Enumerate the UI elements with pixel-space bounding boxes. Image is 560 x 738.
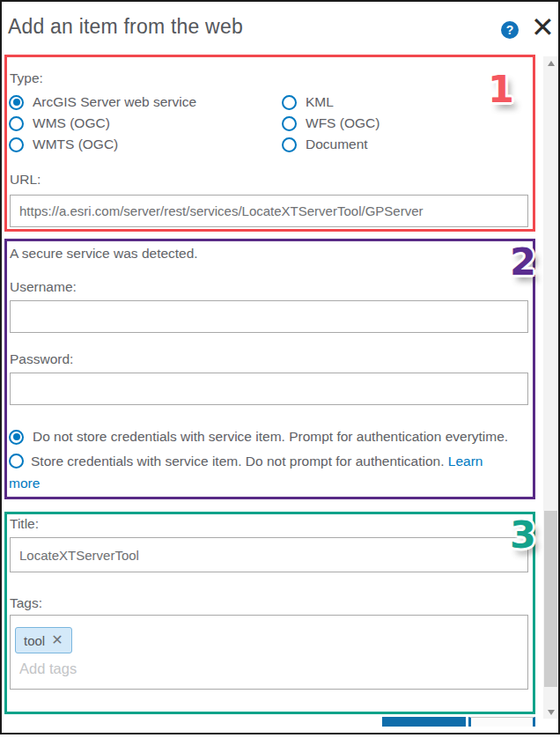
radio-label: WFS (OGC): [306, 115, 379, 131]
secure-service-message: A secure service was detected.: [10, 246, 198, 262]
scroll-up-button[interactable]: [543, 56, 558, 70]
url-label: URL:: [10, 172, 41, 188]
username-input[interactable]: [10, 300, 528, 333]
radio-label: Do not store credentials with service it…: [33, 429, 508, 445]
radio-button-icon[interactable]: [9, 95, 24, 110]
radio-arcgis-server-web-service[interactable]: ArcGIS Server web service: [9, 94, 196, 110]
tags-placeholder-text: Add tags: [19, 661, 77, 677]
scrollbar-thumb[interactable]: [544, 511, 557, 687]
password-label: Password:: [10, 351, 73, 367]
screenshot-root: Add an item from the web ? ✕ Type: ArcGI…: [0, 0, 560, 738]
radio-do-not-store-credentials[interactable]: Do not store credentials with service it…: [9, 429, 508, 445]
scroll-down-arrow-icon: [548, 710, 555, 715]
url-input[interactable]: [10, 195, 528, 227]
tag-chip-tool[interactable]: tool ✕: [15, 627, 72, 653]
add-item-button-partial[interactable]: [382, 717, 466, 727]
radio-button-icon[interactable]: [282, 116, 297, 131]
page-title: Add an item from the web: [8, 15, 243, 39]
radio-button-icon[interactable]: [9, 430, 24, 445]
radio-label: WMTS (OGC): [33, 137, 118, 152]
radio-button-icon[interactable]: [282, 137, 297, 152]
type-label: Type:: [10, 70, 43, 86]
scroll-down-button[interactable]: [543, 705, 558, 719]
tag-remove-icon[interactable]: ✕: [51, 633, 63, 647]
radio-wms-ogc[interactable]: WMS (OGC): [9, 115, 110, 131]
radio-button-icon[interactable]: [9, 137, 24, 152]
radio-wmts-ogc[interactable]: WMTS (OGC): [9, 137, 118, 152]
radio-label: ArcGIS Server web service: [33, 94, 196, 110]
radio-label: Store credentials with service item. Do …: [31, 454, 445, 469]
tag-chip-label: tool: [24, 633, 45, 648]
radio-label: KML: [306, 94, 334, 110]
radio-label: WMS (OGC): [33, 115, 110, 131]
password-input[interactable]: [10, 373, 528, 405]
vertical-scrollbar[interactable]: [543, 56, 558, 719]
radio-wfs-ogc[interactable]: WFS (OGC): [282, 115, 379, 131]
radio-label: Document: [306, 137, 368, 152]
annotation-number-3: 3: [510, 516, 536, 554]
close-icon[interactable]: ✕: [531, 12, 555, 42]
radio-button-icon[interactable]: [9, 454, 24, 469]
radio-kml[interactable]: KML: [282, 94, 334, 110]
title-input[interactable]: [10, 537, 528, 572]
cancel-button-partial[interactable]: [468, 717, 535, 727]
tags-label: Tags:: [10, 595, 42, 611]
username-label: Username:: [10, 279, 77, 295]
title-label: Title:: [10, 516, 39, 532]
add-item-from-web-dialog: Add an item from the web ? ✕ Type: ArcGI…: [0, 0, 560, 734]
help-icon[interactable]: ?: [501, 21, 519, 39]
scroll-up-arrow-icon: [548, 61, 555, 66]
annotation-number-1: 1: [488, 70, 514, 108]
annotation-number-2: 2: [510, 243, 536, 281]
tags-input-area[interactable]: tool ✕ Add tags: [10, 615, 528, 690]
radio-button-icon[interactable]: [9, 116, 24, 131]
radio-button-icon[interactable]: [282, 95, 297, 110]
radio-document[interactable]: Document: [282, 137, 368, 152]
radio-store-credentials[interactable]: Store credentials with service item. Do …: [9, 450, 504, 494]
